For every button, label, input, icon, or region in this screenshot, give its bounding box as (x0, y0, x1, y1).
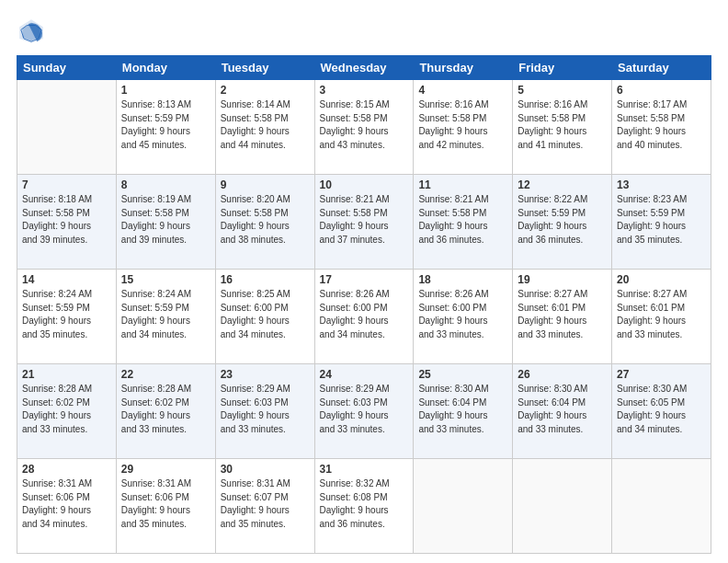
cell-content: Sunrise: 8:31 AM Sunset: 6:06 PM Dayligh… (121, 477, 210, 531)
calendar-cell: 19Sunrise: 8:27 AM Sunset: 6:01 PM Dayli… (513, 270, 612, 364)
day-number: 26 (518, 368, 607, 381)
week-row-1: 1Sunrise: 8:13 AM Sunset: 5:59 PM Daylig… (17, 80, 711, 175)
calendar-cell: 20Sunrise: 8:27 AM Sunset: 6:01 PM Dayli… (612, 270, 711, 364)
cell-content: Sunrise: 8:21 AM Sunset: 5:58 PM Dayligh… (418, 193, 507, 247)
cell-content: Sunrise: 8:14 AM Sunset: 5:58 PM Dayligh… (221, 98, 310, 152)
calendar-cell: 6Sunrise: 8:17 AM Sunset: 5:58 PM Daylig… (612, 80, 711, 175)
day-number: 31 (320, 463, 409, 476)
calendar-cell (612, 459, 711, 554)
weekday-header-row: SundayMondayTuesdayWednesdayThursdayFrid… (17, 56, 711, 80)
weekday-header-friday: Friday (513, 56, 612, 80)
logo-icon (17, 17, 46, 46)
calendar-cell: 27Sunrise: 8:30 AM Sunset: 6:05 PM Dayli… (612, 364, 711, 459)
day-number: 27 (617, 368, 706, 381)
day-number: 29 (121, 463, 210, 476)
day-number: 28 (22, 463, 111, 476)
calendar-cell: 30Sunrise: 8:31 AM Sunset: 6:07 PM Dayli… (215, 459, 314, 554)
day-number: 8 (121, 178, 210, 191)
calendar-cell: 1Sunrise: 8:13 AM Sunset: 5:59 PM Daylig… (116, 80, 215, 175)
logo (17, 17, 50, 46)
cell-content: Sunrise: 8:21 AM Sunset: 5:58 PM Dayligh… (320, 193, 409, 247)
calendar-cell: 8Sunrise: 8:19 AM Sunset: 5:58 PM Daylig… (116, 175, 215, 270)
weekday-header-monday: Monday (116, 56, 215, 80)
cell-content: Sunrise: 8:30 AM Sunset: 6:04 PM Dayligh… (518, 383, 607, 436)
cell-content: Sunrise: 8:16 AM Sunset: 5:58 PM Dayligh… (518, 98, 607, 152)
calendar-table: SundayMondayTuesdayWednesdayThursdayFrid… (17, 55, 711, 554)
day-number: 17 (320, 273, 409, 286)
day-number: 11 (418, 178, 507, 191)
calendar-cell: 13Sunrise: 8:23 AM Sunset: 5:59 PM Dayli… (612, 175, 711, 270)
cell-content: Sunrise: 8:27 AM Sunset: 6:01 PM Dayligh… (518, 288, 607, 341)
cell-content: Sunrise: 8:18 AM Sunset: 5:58 PM Dayligh… (22, 193, 111, 247)
day-number: 25 (418, 368, 507, 381)
day-number: 6 (617, 84, 706, 97)
cell-content: Sunrise: 8:31 AM Sunset: 6:06 PM Dayligh… (22, 477, 111, 531)
calendar-cell: 12Sunrise: 8:22 AM Sunset: 5:59 PM Dayli… (513, 175, 612, 270)
calendar-cell: 9Sunrise: 8:20 AM Sunset: 5:58 PM Daylig… (215, 175, 314, 270)
day-number: 19 (518, 273, 607, 286)
calendar-cell: 11Sunrise: 8:21 AM Sunset: 5:58 PM Dayli… (414, 175, 513, 270)
calendar-cell: 28Sunrise: 8:31 AM Sunset: 6:06 PM Dayli… (17, 459, 117, 554)
day-number: 10 (320, 178, 409, 191)
weekday-header-tuesday: Tuesday (215, 56, 314, 80)
day-number: 2 (221, 84, 310, 97)
calendar-cell: 26Sunrise: 8:30 AM Sunset: 6:04 PM Dayli… (513, 364, 612, 459)
day-number: 14 (22, 273, 111, 286)
day-number: 18 (418, 273, 507, 286)
cell-content: Sunrise: 8:27 AM Sunset: 6:01 PM Dayligh… (617, 288, 706, 341)
cell-content: Sunrise: 8:20 AM Sunset: 5:58 PM Dayligh… (221, 193, 310, 247)
day-number: 1 (121, 84, 210, 97)
calendar-cell: 22Sunrise: 8:28 AM Sunset: 6:02 PM Dayli… (116, 364, 215, 459)
cell-content: Sunrise: 8:28 AM Sunset: 6:02 PM Dayligh… (22, 383, 111, 436)
calendar-cell (513, 459, 612, 554)
day-number: 30 (221, 463, 310, 476)
calendar-cell: 3Sunrise: 8:15 AM Sunset: 5:58 PM Daylig… (314, 80, 414, 175)
calendar-cell: 4Sunrise: 8:16 AM Sunset: 5:58 PM Daylig… (414, 80, 513, 175)
day-number: 9 (221, 178, 310, 191)
weekday-header-thursday: Thursday (414, 56, 513, 80)
calendar-cell: 31Sunrise: 8:32 AM Sunset: 6:08 PM Dayli… (314, 459, 414, 554)
cell-content: Sunrise: 8:16 AM Sunset: 5:58 PM Dayligh… (418, 98, 507, 152)
page: SundayMondayTuesdayWednesdayThursdayFrid… (0, 0, 728, 563)
day-number: 22 (121, 368, 210, 381)
header (17, 17, 711, 46)
cell-content: Sunrise: 8:13 AM Sunset: 5:59 PM Dayligh… (121, 98, 210, 152)
calendar-cell: 2Sunrise: 8:14 AM Sunset: 5:58 PM Daylig… (215, 80, 314, 175)
weekday-header-sunday: Sunday (17, 56, 117, 80)
day-number: 3 (320, 84, 409, 97)
cell-content: Sunrise: 8:32 AM Sunset: 6:08 PM Dayligh… (320, 477, 409, 531)
day-number: 20 (617, 273, 706, 286)
calendar-cell: 25Sunrise: 8:30 AM Sunset: 6:04 PM Dayli… (414, 364, 513, 459)
day-number: 23 (221, 368, 310, 381)
calendar-cell: 21Sunrise: 8:28 AM Sunset: 6:02 PM Dayli… (17, 364, 117, 459)
weekday-header-saturday: Saturday (612, 56, 711, 80)
weekday-header-wednesday: Wednesday (314, 56, 414, 80)
day-number: 4 (418, 84, 507, 97)
day-number: 21 (22, 368, 111, 381)
cell-content: Sunrise: 8:30 AM Sunset: 6:05 PM Dayligh… (617, 383, 706, 436)
cell-content: Sunrise: 8:15 AM Sunset: 5:58 PM Dayligh… (320, 98, 409, 152)
cell-content: Sunrise: 8:29 AM Sunset: 6:03 PM Dayligh… (320, 383, 409, 436)
cell-content: Sunrise: 8:26 AM Sunset: 6:00 PM Dayligh… (320, 288, 409, 341)
calendar-cell: 14Sunrise: 8:24 AM Sunset: 5:59 PM Dayli… (17, 270, 117, 364)
day-number: 5 (518, 84, 607, 97)
cell-content: Sunrise: 8:23 AM Sunset: 5:59 PM Dayligh… (617, 193, 706, 247)
calendar-cell: 24Sunrise: 8:29 AM Sunset: 6:03 PM Dayli… (314, 364, 414, 459)
cell-content: Sunrise: 8:26 AM Sunset: 6:00 PM Dayligh… (418, 288, 507, 341)
day-number: 15 (121, 273, 210, 286)
calendar-cell: 23Sunrise: 8:29 AM Sunset: 6:03 PM Dayli… (215, 364, 314, 459)
calendar-cell: 15Sunrise: 8:24 AM Sunset: 5:59 PM Dayli… (116, 270, 215, 364)
week-row-4: 21Sunrise: 8:28 AM Sunset: 6:02 PM Dayli… (17, 364, 711, 459)
cell-content: Sunrise: 8:17 AM Sunset: 5:58 PM Dayligh… (617, 98, 706, 152)
cell-content: Sunrise: 8:22 AM Sunset: 5:59 PM Dayligh… (518, 193, 607, 247)
day-number: 13 (617, 178, 706, 191)
day-number: 12 (518, 178, 607, 191)
day-number: 16 (221, 273, 310, 286)
cell-content: Sunrise: 8:24 AM Sunset: 5:59 PM Dayligh… (121, 288, 210, 341)
cell-content: Sunrise: 8:19 AM Sunset: 5:58 PM Dayligh… (121, 193, 210, 247)
cell-content: Sunrise: 8:24 AM Sunset: 5:59 PM Dayligh… (22, 288, 111, 341)
calendar-cell (17, 80, 117, 175)
calendar-cell: 5Sunrise: 8:16 AM Sunset: 5:58 PM Daylig… (513, 80, 612, 175)
cell-content: Sunrise: 8:28 AM Sunset: 6:02 PM Dayligh… (121, 383, 210, 436)
week-row-3: 14Sunrise: 8:24 AM Sunset: 5:59 PM Dayli… (17, 270, 711, 364)
